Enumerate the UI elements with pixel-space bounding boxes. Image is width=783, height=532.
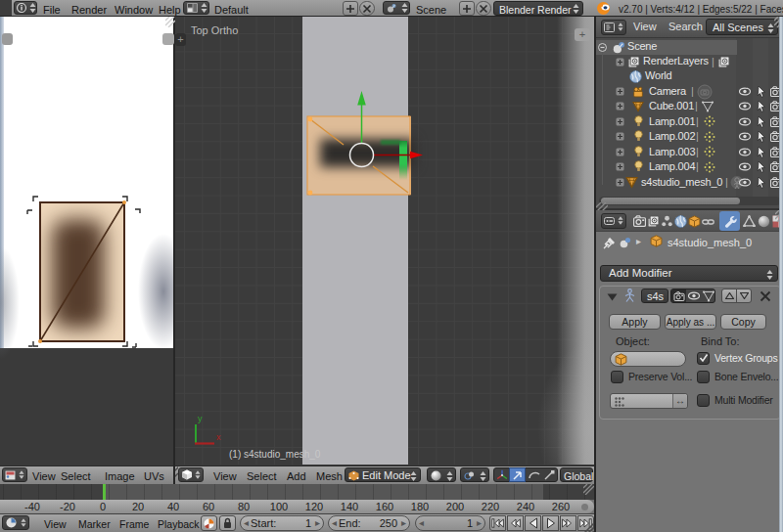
svg-text:x: x	[216, 432, 221, 442]
svg-text:y: y	[198, 414, 203, 423]
